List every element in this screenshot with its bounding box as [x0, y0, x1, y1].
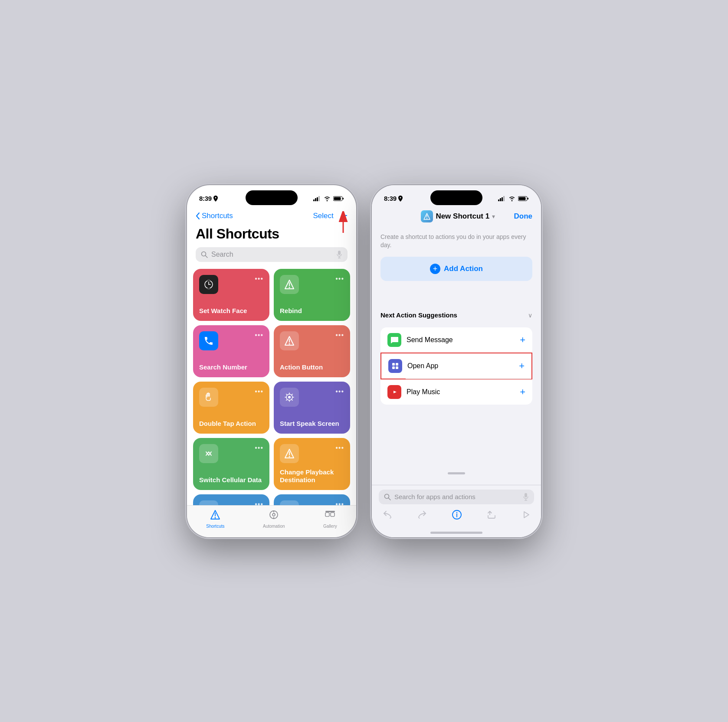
tile-icon-gear	[280, 388, 299, 407]
svg-rect-0	[313, 199, 315, 201]
svg-marker-70	[524, 512, 529, 518]
bottom-spacer	[380, 412, 532, 461]
open-app-label: Open App	[407, 362, 514, 370]
tile-label-phone: Search Number	[199, 363, 263, 371]
shortcut-silent-mode[interactable]: ••• Silent Mode and Camera	[193, 494, 269, 505]
svg-rect-58	[392, 366, 395, 369]
tile-menu-watch[interactable]: •••	[255, 275, 263, 283]
tile-menu-speak[interactable]: •••	[335, 388, 344, 395]
tab-automation[interactable]: Automation	[263, 509, 285, 529]
suggestions-title: Next Action Suggestions	[380, 311, 457, 319]
tile-icon-cellular	[199, 444, 218, 463]
svg-line-63	[389, 498, 391, 500]
share-button[interactable]	[486, 510, 497, 523]
tile-icon-hand	[199, 388, 218, 407]
shortcut-action-button[interactable]: ••• Action Button	[274, 325, 350, 377]
done-button[interactable]: Done	[514, 212, 533, 221]
svg-rect-52	[519, 197, 526, 200]
red-arrow-annotation	[335, 211, 351, 239]
tile-label-rebind: Rebind	[280, 307, 344, 315]
add-action-button[interactable]: + Add Action	[380, 257, 532, 281]
action-play-music[interactable]: Play Music +	[380, 379, 532, 405]
redo-button[interactable]	[417, 510, 427, 523]
action-send-message[interactable]: Send Message +	[380, 327, 532, 353]
send-message-add[interactable]: +	[520, 334, 525, 346]
play-music-add[interactable]: +	[520, 386, 525, 398]
tile-icon-watch	[199, 275, 218, 294]
tile-icon-home	[280, 500, 299, 505]
play-music-label: Play Music	[407, 388, 515, 396]
tile-menu-silent[interactable]: •••	[255, 500, 263, 505]
tile-icon-silent	[199, 500, 218, 505]
svg-point-40	[272, 513, 275, 516]
gallery-tab-icon	[325, 509, 336, 523]
shortcut-search-number[interactable]: ••• Search Number	[193, 325, 269, 377]
svg-rect-43	[325, 513, 329, 516]
tile-menu-tap[interactable]: •••	[255, 388, 263, 395]
svg-line-10	[206, 255, 208, 258]
svg-rect-3	[318, 196, 320, 201]
svg-rect-45	[325, 511, 335, 512]
tile-label-speak: Start Speak Screen	[280, 420, 344, 428]
svg-rect-5	[343, 198, 344, 199]
tile-icon-phone	[199, 331, 218, 350]
search-icon-1	[201, 251, 208, 258]
info-button[interactable]	[452, 510, 462, 523]
svg-point-21	[289, 287, 290, 288]
tile-menu-cellular[interactable]: •••	[255, 444, 263, 452]
svg-rect-56	[392, 363, 395, 366]
bottom-search-placeholder: Search for apps and actions	[394, 493, 519, 500]
shortcut-playback[interactable]: ••• Change Playback Destination	[274, 438, 350, 490]
status-icons-2	[498, 196, 529, 201]
battery-icon-2	[518, 196, 529, 201]
tile-menu-rebind[interactable]: •••	[335, 275, 344, 283]
bottom-search: Search for apps and actions	[372, 485, 541, 529]
open-app-add[interactable]: +	[519, 360, 525, 372]
tile-label-tap: Double Tap Action	[199, 420, 263, 428]
back-button-1[interactable]: Shortcuts	[196, 212, 233, 220]
tile-label-action: Action Button	[280, 363, 344, 371]
send-message-label: Send Message	[407, 336, 515, 344]
undo-button[interactable]	[382, 510, 393, 523]
title-chevron: ▾	[492, 213, 495, 220]
shortcut-double-tap[interactable]: ••• Double Tap Action	[193, 382, 269, 434]
tab-label-shortcuts: Shortcuts	[206, 524, 224, 529]
add-action-label: Add Action	[444, 265, 483, 273]
shortcut-speak-screen[interactable]: ••• Start Speak Screen	[274, 382, 350, 434]
tile-menu-home[interactable]: •••	[335, 500, 344, 505]
svg-rect-44	[331, 513, 334, 516]
svg-rect-47	[500, 198, 501, 201]
home-indicator-2	[372, 529, 541, 537]
tile-menu-playback[interactable]: •••	[335, 444, 344, 452]
tile-icon-playback	[280, 444, 299, 463]
automation-tab-icon	[268, 509, 279, 523]
wifi-icon-1	[324, 196, 331, 201]
tab-shortcuts[interactable]: Shortcuts	[206, 509, 224, 529]
tab-gallery[interactable]: Gallery	[323, 509, 337, 529]
shortcut-rebind[interactable]: ••• Rebind	[274, 269, 350, 321]
svg-point-38	[215, 517, 216, 518]
home-bar-2	[430, 532, 482, 534]
svg-rect-48	[502, 197, 503, 201]
tile-menu-phone[interactable]: •••	[255, 331, 263, 339]
bottom-search-bar[interactable]: Search for apps and actions	[379, 490, 534, 504]
drag-handle	[448, 472, 465, 474]
shortcut-cellular[interactable]: ••• Switch Cellular Data	[193, 438, 269, 490]
action-open-app[interactable]: Open App +	[380, 353, 532, 379]
play-button[interactable]	[521, 510, 531, 522]
svg-rect-11	[338, 251, 341, 255]
shortcut-home-screen[interactable]: ••• Go to Home Screen	[274, 494, 350, 505]
svg-rect-59	[396, 366, 398, 369]
search-placeholder-1: Search	[211, 251, 333, 258]
page-title-1: All Shortcuts	[187, 225, 356, 247]
suggestions-chevron-icon[interactable]: ∨	[528, 312, 532, 319]
tile-label-playback: Change Playback Destination	[280, 468, 344, 484]
shortcut-main: Create a shortcut to actions you do in y…	[372, 226, 541, 485]
tile-menu-action[interactable]: •••	[335, 331, 344, 339]
handle-area	[380, 469, 532, 478]
hint-text: Create a shortcut to actions you do in y…	[380, 233, 532, 250]
svg-point-55	[426, 218, 427, 219]
shortcut-set-watch-face[interactable]: ••• Set Watch Face	[193, 269, 269, 321]
select-button[interactable]: Select	[313, 212, 333, 220]
search-bar-1[interactable]: Search	[196, 247, 348, 262]
